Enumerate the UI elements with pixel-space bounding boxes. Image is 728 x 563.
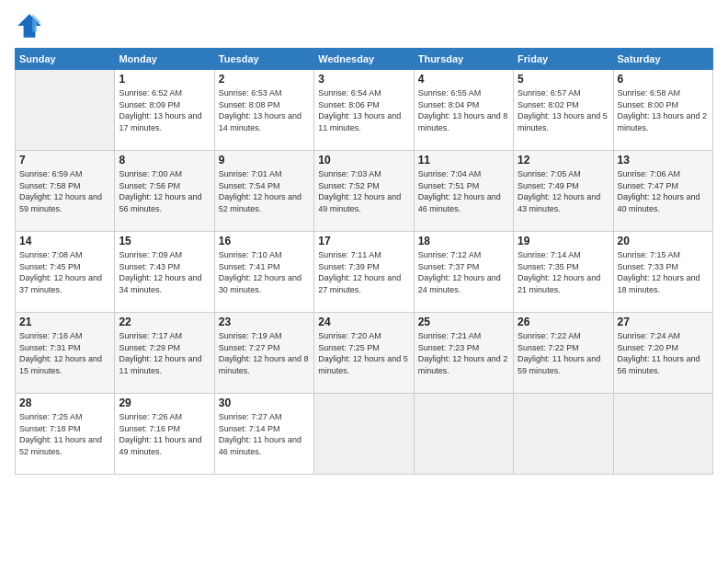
day-cell: 7Sunrise: 6:59 AMSunset: 7:58 PMDaylight… xyxy=(16,151,115,232)
header-row: SundayMondayTuesdayWednesdayThursdayFrid… xyxy=(16,49,713,70)
day-info: Sunrise: 7:09 AMSunset: 7:43 PMDaylight:… xyxy=(119,249,210,295)
col-header-friday: Friday xyxy=(514,49,613,70)
day-info: Sunrise: 7:05 AMSunset: 7:49 PMDaylight:… xyxy=(518,168,609,214)
day-info: Sunrise: 7:17 AMSunset: 7:29 PMDaylight:… xyxy=(119,330,210,376)
day-number: 6 xyxy=(618,73,709,86)
day-cell xyxy=(613,394,712,475)
day-info: Sunrise: 7:27 AMSunset: 7:14 PMDaylight:… xyxy=(219,411,310,457)
col-header-thursday: Thursday xyxy=(414,49,513,70)
day-number: 21 xyxy=(19,316,110,328)
day-info: Sunrise: 7:06 AMSunset: 7:47 PMDaylight:… xyxy=(618,168,709,214)
day-cell: 12Sunrise: 7:05 AMSunset: 7:49 PMDayligh… xyxy=(514,151,613,232)
day-info: Sunrise: 7:22 AMSunset: 7:22 PMDaylight:… xyxy=(518,330,609,376)
col-header-sunday: Sunday xyxy=(16,49,115,70)
day-cell: 15Sunrise: 7:09 AMSunset: 7:43 PMDayligh… xyxy=(115,232,214,313)
day-info: Sunrise: 6:59 AMSunset: 7:58 PMDaylight:… xyxy=(19,168,110,214)
day-cell: 18Sunrise: 7:12 AMSunset: 7:37 PMDayligh… xyxy=(414,232,513,313)
day-number: 26 xyxy=(518,316,609,328)
day-cell: 3Sunrise: 6:54 AMSunset: 8:06 PMDaylight… xyxy=(314,70,414,151)
day-cell: 29Sunrise: 7:26 AMSunset: 7:16 PMDayligh… xyxy=(115,394,214,475)
day-info: Sunrise: 7:10 AMSunset: 7:41 PMDaylight:… xyxy=(219,249,310,295)
day-info: Sunrise: 7:01 AMSunset: 7:54 PMDaylight:… xyxy=(219,168,310,214)
day-number: 11 xyxy=(418,154,509,167)
day-info: Sunrise: 6:57 AMSunset: 8:02 PMDaylight:… xyxy=(518,87,609,133)
day-cell: 1Sunrise: 6:52 AMSunset: 8:09 PMDaylight… xyxy=(115,70,214,151)
day-number: 4 xyxy=(418,73,509,86)
day-cell: 14Sunrise: 7:08 AMSunset: 7:45 PMDayligh… xyxy=(16,232,115,313)
day-number: 30 xyxy=(219,396,310,409)
day-cell: 26Sunrise: 7:22 AMSunset: 7:22 PMDayligh… xyxy=(514,313,613,394)
day-cell: 23Sunrise: 7:19 AMSunset: 7:27 PMDayligh… xyxy=(214,313,313,394)
day-number: 10 xyxy=(318,154,409,167)
day-info: Sunrise: 6:53 AMSunset: 8:08 PMDaylight:… xyxy=(219,87,310,133)
day-number: 27 xyxy=(618,316,709,328)
day-number: 15 xyxy=(119,235,210,247)
day-number: 23 xyxy=(219,316,310,328)
day-cell: 8Sunrise: 7:00 AMSunset: 7:56 PMDaylight… xyxy=(115,151,214,232)
day-info: Sunrise: 7:14 AMSunset: 7:35 PMDaylight:… xyxy=(518,249,609,295)
day-cell: 16Sunrise: 7:10 AMSunset: 7:41 PMDayligh… xyxy=(214,232,313,313)
day-number: 20 xyxy=(618,235,709,247)
day-info: Sunrise: 7:16 AMSunset: 7:31 PMDaylight:… xyxy=(19,330,110,376)
week-row-2: 7Sunrise: 6:59 AMSunset: 7:58 PMDaylight… xyxy=(16,151,713,232)
day-info: Sunrise: 7:12 AMSunset: 7:37 PMDaylight:… xyxy=(418,249,509,295)
day-cell: 21Sunrise: 7:16 AMSunset: 7:31 PMDayligh… xyxy=(16,313,115,394)
day-number: 28 xyxy=(19,396,110,409)
day-number: 22 xyxy=(119,316,210,328)
day-number: 17 xyxy=(318,235,409,247)
day-cell: 25Sunrise: 7:21 AMSunset: 7:23 PMDayligh… xyxy=(414,313,513,394)
day-info: Sunrise: 6:54 AMSunset: 8:06 PMDaylight:… xyxy=(318,87,409,133)
week-row-5: 28Sunrise: 7:25 AMSunset: 7:18 PMDayligh… xyxy=(16,394,713,475)
day-cell: 6Sunrise: 6:58 AMSunset: 8:00 PMDaylight… xyxy=(613,70,712,151)
day-cell: 27Sunrise: 7:24 AMSunset: 7:20 PMDayligh… xyxy=(613,313,712,394)
day-number: 24 xyxy=(318,316,409,328)
svg-marker-0 xyxy=(17,14,41,38)
day-info: Sunrise: 7:19 AMSunset: 7:27 PMDaylight:… xyxy=(219,330,310,376)
day-info: Sunrise: 7:26 AMSunset: 7:16 PMDaylight:… xyxy=(119,411,210,457)
day-cell: 22Sunrise: 7:17 AMSunset: 7:29 PMDayligh… xyxy=(115,313,214,394)
day-cell: 28Sunrise: 7:25 AMSunset: 7:18 PMDayligh… xyxy=(16,394,115,475)
day-info: Sunrise: 7:03 AMSunset: 7:52 PMDaylight:… xyxy=(318,168,409,214)
day-cell: 2Sunrise: 6:53 AMSunset: 8:08 PMDaylight… xyxy=(214,70,313,151)
day-info: Sunrise: 7:00 AMSunset: 7:56 PMDaylight:… xyxy=(119,168,210,214)
day-info: Sunrise: 6:55 AMSunset: 8:04 PMDaylight:… xyxy=(418,87,509,133)
day-number: 12 xyxy=(518,154,609,167)
day-number: 5 xyxy=(518,73,609,86)
day-number: 2 xyxy=(219,73,310,86)
day-cell: 10Sunrise: 7:03 AMSunset: 7:52 PMDayligh… xyxy=(314,151,414,232)
col-header-wednesday: Wednesday xyxy=(314,49,414,70)
day-info: Sunrise: 7:24 AMSunset: 7:20 PMDaylight:… xyxy=(618,330,709,376)
day-number: 25 xyxy=(418,316,509,328)
day-number: 13 xyxy=(618,154,709,167)
day-cell xyxy=(314,394,414,475)
day-cell xyxy=(414,394,513,475)
day-cell xyxy=(514,394,613,475)
day-cell: 19Sunrise: 7:14 AMSunset: 7:35 PMDayligh… xyxy=(514,232,613,313)
header xyxy=(15,11,713,40)
day-number: 29 xyxy=(119,396,210,409)
day-cell: 30Sunrise: 7:27 AMSunset: 7:14 PMDayligh… xyxy=(214,394,313,475)
week-row-1: 1Sunrise: 6:52 AMSunset: 8:09 PMDaylight… xyxy=(16,70,713,151)
logo xyxy=(15,11,48,40)
day-info: Sunrise: 7:21 AMSunset: 7:23 PMDaylight:… xyxy=(418,330,509,376)
day-info: Sunrise: 7:20 AMSunset: 7:25 PMDaylight:… xyxy=(318,330,409,376)
week-row-3: 14Sunrise: 7:08 AMSunset: 7:45 PMDayligh… xyxy=(16,232,713,313)
day-number: 3 xyxy=(318,73,409,86)
day-cell: 24Sunrise: 7:20 AMSunset: 7:25 PMDayligh… xyxy=(314,313,414,394)
day-info: Sunrise: 6:52 AMSunset: 8:09 PMDaylight:… xyxy=(119,87,210,133)
col-header-saturday: Saturday xyxy=(613,49,712,70)
day-cell: 20Sunrise: 7:15 AMSunset: 7:33 PMDayligh… xyxy=(613,232,712,313)
day-number: 8 xyxy=(119,154,210,167)
day-info: Sunrise: 7:04 AMSunset: 7:51 PMDaylight:… xyxy=(418,168,509,214)
day-cell: 4Sunrise: 6:55 AMSunset: 8:04 PMDaylight… xyxy=(414,70,513,151)
day-info: Sunrise: 7:11 AMSunset: 7:39 PMDaylight:… xyxy=(318,249,409,295)
day-number: 14 xyxy=(19,235,110,247)
page: SundayMondayTuesdayWednesdayThursdayFrid… xyxy=(0,0,728,563)
day-cell: 5Sunrise: 6:57 AMSunset: 8:02 PMDaylight… xyxy=(514,70,613,151)
logo-icon xyxy=(15,11,44,40)
day-number: 9 xyxy=(219,154,310,167)
day-number: 7 xyxy=(19,154,110,167)
day-info: Sunrise: 7:15 AMSunset: 7:33 PMDaylight:… xyxy=(618,249,709,295)
day-number: 19 xyxy=(518,235,609,247)
day-info: Sunrise: 7:25 AMSunset: 7:18 PMDaylight:… xyxy=(19,411,110,457)
